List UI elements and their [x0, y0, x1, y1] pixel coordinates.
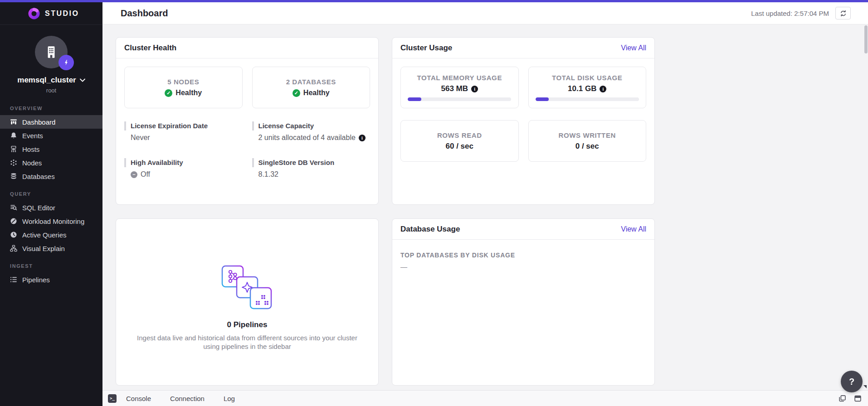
healthy-check-icon: ✓	[293, 89, 300, 97]
sidebar-item-label: Nodes	[22, 159, 42, 167]
bell-icon	[10, 132, 17, 139]
app-logo[interactable]: STUDIO	[0, 2, 102, 25]
refresh-button[interactable]	[835, 7, 851, 19]
nodes-icon	[10, 159, 17, 166]
detail-high-availability: High Availability − Off	[124, 158, 243, 179]
database-usage-card: Database Usage View All TOP DATABASES BY…	[392, 218, 655, 386]
bottom-bar: >_ Console Connection Log	[102, 390, 868, 406]
tile-label: 2 DATABASES	[286, 78, 336, 86]
cluster-avatar[interactable]	[35, 36, 68, 68]
info-icon[interactable]: i	[471, 86, 478, 92]
database-usage-view-all-link[interactable]: View All	[621, 225, 646, 233]
memory-usage-value: 563 MB	[441, 84, 468, 93]
memory-usage-tile: TOTAL MEMORY USAGE 563 MB i	[400, 67, 519, 108]
sidebar-item-pipelines[interactable]: Pipelines	[0, 273, 102, 286]
sidebar-item-label: Active Queries	[22, 231, 67, 239]
sidebar-item-label: Dashboard	[22, 118, 55, 126]
tab-connection[interactable]: Connection	[170, 395, 205, 402]
sidebar-item-workload-monitoring[interactable]: Workload Monitoring	[0, 214, 102, 228]
detail-label: High Availability	[124, 158, 243, 167]
resize-grip[interactable]	[863, 385, 867, 388]
building-icon	[44, 44, 59, 60]
last-updated-text: Last updated: 2:57:04 PM	[751, 10, 829, 17]
cluster-name: memsql_cluster	[17, 76, 76, 85]
main-area: Dashboard Last updated: 2:57:04 PM Clust…	[102, 2, 868, 406]
tab-console[interactable]: Console	[126, 395, 151, 402]
disk-usage-value: 10.1 GB	[568, 84, 596, 93]
cluster-usage-view-all-link[interactable]: View All	[621, 44, 646, 52]
panel-window-icon[interactable]	[854, 395, 862, 402]
sidebar-item-label: Pipelines	[22, 276, 50, 284]
detail-value: 8.1.32	[258, 170, 278, 179]
sidebar-item-active-queries[interactable]: Active Queries	[0, 228, 102, 242]
cluster-health-card: Cluster Health 5 NODES ✓ Healthy	[116, 37, 379, 205]
pipelines-illustration	[221, 265, 273, 310]
info-icon[interactable]: i	[600, 86, 606, 92]
terminal-icon[interactable]: >_	[108, 394, 117, 403]
nav-section-ingest: INGEST	[0, 255, 102, 273]
page-header: Dashboard Last updated: 2:57:04 PM	[102, 2, 868, 24]
sidebar-item-events[interactable]: Events	[0, 129, 102, 142]
databases-health-tile: 2 DATABASES ✓ Healthy	[252, 67, 371, 108]
rows-written-value: 0 / sec	[575, 142, 599, 151]
health-status: Healthy	[176, 89, 202, 97]
tile-label: 5 NODES	[167, 78, 199, 86]
app-title: STUDIO	[45, 10, 79, 18]
detail-label: SingleStore DB Version	[252, 158, 371, 167]
info-icon[interactable]: i	[359, 135, 366, 141]
pipelines-card: 0 Pipelines Ingest data live and histori…	[116, 218, 379, 386]
sidebar-item-sql-editor[interactable]: SQL Editor	[0, 201, 102, 214]
memory-usage-progressbar	[408, 97, 511, 101]
lightning-badge-icon	[59, 55, 74, 70]
detail-license-capacity: License Capacity 2 units allocated of 4 …	[252, 121, 371, 142]
nav-section-query: QUERY	[0, 183, 102, 201]
rows-written-tile: ROWS WRITTEN 0 / sec	[528, 120, 647, 162]
sidebar-item-nodes[interactable]: Nodes	[0, 156, 102, 169]
health-status: Healthy	[303, 89, 330, 97]
hosts-icon	[10, 145, 17, 153]
app-root: STUDIO	[0, 2, 868, 406]
detail-value: Off	[141, 170, 150, 179]
detail-value: Never	[131, 134, 150, 142]
pipelines-empty-description: Ingest data live and historical data fro…	[128, 334, 366, 351]
disk-usage-progressbar	[536, 97, 639, 101]
dashboard-icon	[10, 118, 17, 126]
help-button[interactable]: ?	[841, 371, 863, 392]
empty-value-dash: —	[400, 263, 646, 271]
tile-label: ROWS READ	[437, 131, 482, 139]
sidebar-item-label: Hosts	[22, 145, 39, 153]
detail-value: 2 units allocated of 4 available	[258, 134, 356, 142]
cluster-user: root	[0, 87, 102, 94]
sidebar-nav: OVERVIEW Dashboard Events Hosts Nodes Da…	[0, 97, 102, 286]
tab-log[interactable]: Log	[224, 395, 235, 402]
detail-db-version: SingleStore DB Version 8.1.32	[252, 158, 371, 179]
sidebar-item-databases[interactable]: Databases	[0, 169, 102, 183]
vertical-scrollbar[interactable]	[864, 25, 868, 53]
pipelines-empty-title: 0 Pipelines	[227, 320, 268, 329]
healthy-check-icon: ✓	[165, 89, 172, 97]
cluster-usage-card: Cluster Usage View All TOTAL MEMORY USAG…	[392, 37, 655, 205]
gauge-icon	[10, 218, 17, 225]
rows-read-value: 60 / sec	[446, 142, 473, 151]
progress-fill	[408, 97, 421, 101]
sidebar-item-visual-explain[interactable]: Visual Explain	[0, 242, 102, 255]
pipelines-icon	[10, 276, 17, 283]
sidebar-item-hosts[interactable]: Hosts	[0, 142, 102, 156]
card-title: Cluster Usage	[400, 44, 452, 53]
sidebar: STUDIO	[0, 2, 102, 406]
sidebar-item-label: Visual Explain	[22, 245, 65, 252]
cluster-block: memsql_cluster root	[0, 25, 102, 94]
tile-label: TOTAL MEMORY USAGE	[417, 74, 502, 82]
sidebar-item-dashboard[interactable]: Dashboard	[0, 115, 102, 129]
refresh-icon	[840, 10, 847, 17]
copy-windows-icon[interactable]	[839, 395, 846, 402]
nav-section-overview: OVERVIEW	[0, 97, 102, 115]
nodes-health-tile: 5 NODES ✓ Healthy	[124, 67, 243, 108]
studio-logo-icon	[28, 8, 40, 19]
page-title: Dashboard	[121, 8, 168, 19]
sidebar-item-label: Databases	[22, 173, 55, 180]
cluster-selector[interactable]: memsql_cluster	[0, 76, 102, 85]
databases-icon	[10, 173, 17, 180]
detail-label: License Expiration Date	[124, 121, 243, 130]
card-title: Database Usage	[400, 225, 460, 234]
